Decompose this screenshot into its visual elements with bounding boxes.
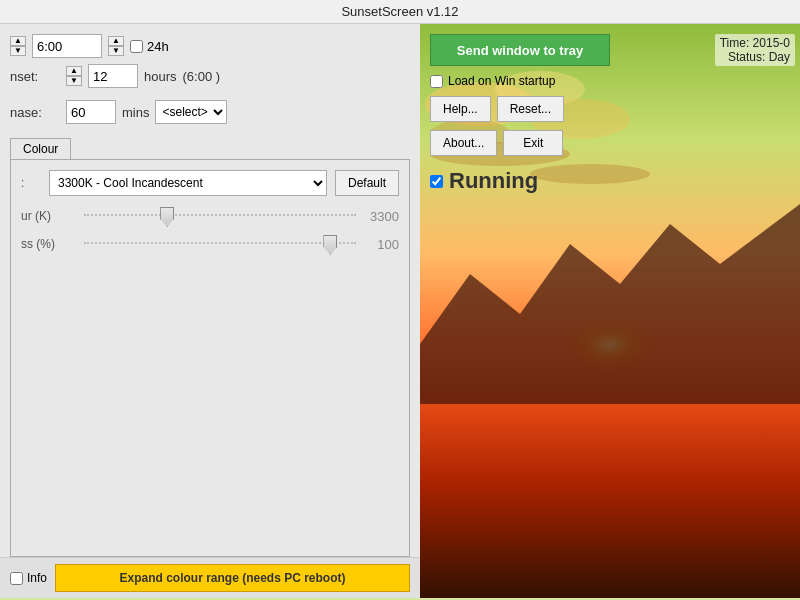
- time-spinner-2[interactable]: ▲ ▼: [108, 36, 124, 56]
- brightness-thumb[interactable]: [323, 235, 337, 255]
- brightness-value: 100: [364, 237, 399, 252]
- colour-select-row: : 3300K - Cool Incandescent Default: [21, 170, 399, 196]
- about-button[interactable]: About...: [430, 130, 497, 156]
- help-button[interactable]: Help...: [430, 96, 491, 122]
- brightness-track: [84, 242, 356, 246]
- temperature-label: ur (K): [21, 209, 76, 223]
- 24h-checkbox[interactable]: [130, 40, 143, 53]
- right-panel: Send window to tray Load on Win startup …: [420, 24, 800, 598]
- temperature-track: [84, 214, 356, 218]
- title-bar: SunsetScreen v1.12: [0, 0, 800, 24]
- help-reset-row: Help... Reset...: [430, 96, 610, 122]
- brightness-label: ss (%): [21, 237, 76, 251]
- about-exit-row: About... Exit: [430, 130, 610, 156]
- 24h-label: 24h: [147, 39, 169, 54]
- load-startup-text: Load on Win startup: [448, 74, 555, 88]
- info-label: Info: [27, 571, 47, 585]
- exit-button[interactable]: Exit: [503, 130, 563, 156]
- status-panel: Time: 2015-0 Status: Day: [715, 34, 795, 66]
- expand-colour-button[interactable]: Expand colour range (needs PC reboot): [55, 564, 410, 592]
- top-controls-row: ▲ ▼ ▲ ▼ 24h: [0, 24, 420, 58]
- phase-label: nase:: [10, 105, 60, 120]
- hours-display: (6:00 ): [183, 69, 221, 84]
- day-status: Status: Day: [720, 50, 790, 64]
- time-status: Time: 2015-0: [720, 36, 790, 50]
- app-title: SunsetScreen v1.12: [341, 4, 458, 19]
- colour-select-prefix: :: [21, 176, 41, 190]
- temperature-thumb[interactable]: [160, 207, 174, 227]
- sunset-row: nset: ▲ ▼ hours (6:00 ): [0, 58, 420, 94]
- running-text: Running: [449, 168, 538, 194]
- bottom-bar: Info Expand colour range (needs PC reboo…: [0, 557, 420, 598]
- default-button[interactable]: Default: [335, 170, 399, 196]
- sunset-hours-input[interactable]: [88, 64, 138, 88]
- phase-select[interactable]: <select>: [155, 100, 227, 124]
- spin-down-btn-2[interactable]: ▼: [108, 46, 124, 56]
- time-input[interactable]: [32, 34, 102, 58]
- load-startup-checkbox[interactable]: [430, 75, 443, 88]
- info-checkbox-label: Info: [10, 571, 47, 585]
- info-checkbox[interactable]: [10, 572, 23, 585]
- sunset-spinner[interactable]: ▲ ▼: [66, 66, 82, 86]
- temperature-value: 3300: [364, 209, 399, 224]
- 24h-checkbox-label: 24h: [130, 39, 169, 54]
- colour-temperature-select[interactable]: 3300K - Cool Incandescent: [49, 170, 327, 196]
- tab-area: Colour: [10, 138, 410, 159]
- sunset-spin-up[interactable]: ▲: [66, 66, 82, 76]
- colour-tab[interactable]: Colour: [10, 138, 71, 159]
- hours-unit: hours: [144, 69, 177, 84]
- temperature-slider-row: ur (K) 3300: [21, 206, 399, 226]
- right-controls: Send window to tray Load on Win startup …: [420, 24, 620, 204]
- time-spinner[interactable]: ▲ ▼: [10, 36, 26, 56]
- running-checkbox[interactable]: [430, 175, 443, 188]
- main-layout: ▲ ▼ ▲ ▼ 24h nset: ▲ ▼ hours (6:00 ): [0, 24, 800, 598]
- mins-unit: mins: [122, 105, 149, 120]
- send-to-tray-button[interactable]: Send window to tray: [430, 34, 610, 66]
- spin-down-btn[interactable]: ▼: [10, 46, 26, 56]
- tab-content: : 3300K - Cool Incandescent Default ur (…: [10, 159, 410, 557]
- load-startup-label: Load on Win startup: [430, 74, 610, 88]
- spin-up-btn[interactable]: ▲: [10, 36, 26, 46]
- phase-mins-input[interactable]: [66, 100, 116, 124]
- running-row: Running: [430, 168, 610, 194]
- brightness-slider-row: ss (%) 100: [21, 234, 399, 254]
- left-panel: ▲ ▼ ▲ ▼ 24h nset: ▲ ▼ hours (6:00 ): [0, 24, 420, 598]
- sunset-label: nset:: [10, 69, 60, 84]
- reset-button[interactable]: Reset...: [497, 96, 564, 122]
- sunset-spin-down[interactable]: ▼: [66, 76, 82, 86]
- spin-up-btn-2[interactable]: ▲: [108, 36, 124, 46]
- phase-row: nase: mins <select>: [0, 94, 420, 130]
